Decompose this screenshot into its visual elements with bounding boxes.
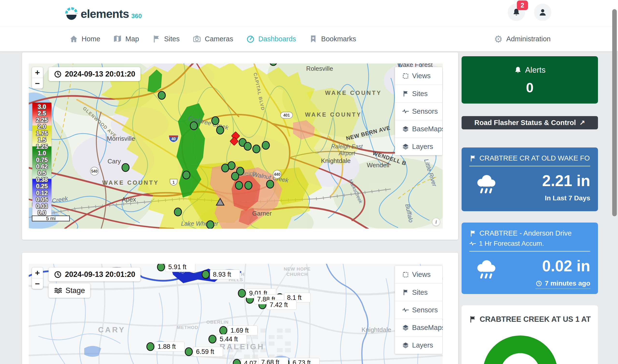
map-label: WAKE COUNTY: [305, 111, 362, 118]
user-menu-button[interactable]: [534, 4, 551, 21]
site-marker[interactable]: [122, 164, 129, 172]
nav-item-administration[interactable]: ⚙ Administration: [494, 34, 551, 44]
main-nav: HomeMapSitesCamerasDashboardsBookmarks ⚙…: [0, 26, 618, 52]
alerts-card[interactable]: Alerts 0: [462, 56, 598, 104]
zoom-control: + −: [32, 267, 43, 289]
site-marker[interactable]: [190, 122, 197, 130]
gauge-card[interactable]: CRABTREE CREEK AT US 1 AT RA…: [462, 305, 598, 364]
camera-icon: [193, 35, 201, 43]
map-label: Morrisville: [107, 135, 135, 142]
svg-text:440: 440: [274, 172, 281, 176]
layers-icon: [402, 342, 409, 349]
timestamp-chip[interactable]: 2024-09-13 20:01:20: [49, 67, 141, 81]
views-icon: [402, 73, 409, 79]
rain-cloud-icon: [475, 173, 498, 194]
brand-suffix: 360: [131, 12, 142, 20]
zoom-in-button[interactable]: +: [32, 267, 43, 278]
zoom-out-button[interactable]: −: [32, 78, 43, 89]
stage-value: 7.42 ft: [270, 301, 288, 309]
person-icon: [538, 8, 547, 17]
zoom-in-button[interactable]: +: [32, 67, 43, 78]
rain-card-1[interactable]: CRABTREE - Anderson Drive 1 Hr Forecast …: [462, 222, 598, 294]
map-control-sensors[interactable]: Sensors: [395, 301, 442, 319]
site-marker[interactable]: [235, 182, 243, 190]
stage-map[interactable]: CARYOBERLINMETHODRALEIGHNORTHHILLSNEW HO…: [29, 264, 443, 364]
divider: [469, 166, 590, 166]
card-subtitle-row: 1 Hr Forecast Accum.: [469, 240, 590, 247]
info-button[interactable]: i: [432, 218, 440, 226]
site-marker[interactable]: [232, 172, 239, 180]
map-control-layers[interactable]: Layers: [395, 138, 442, 155]
map-control-basemaps[interactable]: BaseMaps: [395, 120, 442, 138]
flag-icon: [469, 155, 476, 162]
external-link-arrow-icon: ↗: [579, 119, 585, 127]
stage-marker[interactable]: [185, 348, 193, 356]
map-control-layers[interactable]: Layers: [395, 336, 442, 354]
map-control-basemaps[interactable]: BaseMaps: [395, 319, 442, 336]
stage-marker[interactable]: [157, 264, 165, 271]
stage-layer-chip[interactable]: Stage: [49, 283, 90, 298]
map-control-sensors[interactable]: Sensors: [395, 102, 442, 120]
site-marker[interactable]: [253, 145, 260, 153]
stage-value: 5.44 ft: [220, 336, 238, 343]
rainfall-map[interactable]: Wake ForestRolesvilleWAKE COUNTYWAKE COU…: [29, 64, 443, 229]
site-marker[interactable]: [222, 164, 229, 172]
nav-item-map[interactable]: Map: [113, 35, 139, 43]
precip-value: 0.02 in: [536, 258, 590, 274]
site-marker[interactable]: [183, 171, 190, 179]
site-marker[interactable]: [158, 91, 165, 99]
map-label: WAKE COUNTY: [325, 90, 382, 96]
stage-marker[interactable]: [238, 289, 245, 297]
flag-icon: [469, 315, 476, 323]
page-scrollbar[interactable]: [612, 9, 617, 216]
map-label: Raleigh East: [331, 143, 363, 150]
svg-text:40: 40: [171, 137, 176, 141]
stage-marker[interactable]: [233, 359, 240, 364]
stage-value: 1.88 ft: [158, 343, 176, 350]
nav-item-dashboards[interactable]: Dashboards: [246, 35, 296, 43]
sensors-icon: [402, 307, 409, 313]
nav-item-cameras[interactable]: Cameras: [193, 35, 233, 43]
nav-item-home[interactable]: Home: [70, 35, 100, 43]
map-control-views[interactable]: Views: [395, 67, 442, 85]
sidebar: Alerts 0 Road Flasher Status & Control ↗…: [462, 56, 598, 364]
site-marker[interactable]: [212, 117, 219, 125]
notification-badge: 2: [517, 0, 528, 10]
rain-card-0[interactable]: CRABTREE CR AT OLD WAKE FOREST RD 2.21 i…: [462, 147, 598, 211]
divider: [469, 251, 590, 251]
map-card-rainfall: Wake ForestRolesvilleWAKE COUNTYWAKE COU…: [22, 52, 458, 240]
zoom-out-button[interactable]: −: [32, 278, 43, 289]
nav-item-sites[interactable]: Sites: [152, 35, 180, 43]
map-control-views[interactable]: Views: [395, 266, 442, 283]
map-label: Apex: [122, 196, 136, 203]
site-marker[interactable]: [207, 221, 214, 229]
map-label: OBERLIN: [206, 320, 229, 325]
site-marker[interactable]: [267, 180, 274, 188]
gauge-icon: [246, 35, 255, 43]
layers-icon: [402, 324, 409, 331]
site-marker[interactable]: [174, 208, 181, 216]
timestamp-chip[interactable]: 2024-09-13 20:01:20: [49, 267, 141, 281]
site-marker[interactable]: [245, 182, 252, 190]
stage-marker[interactable]: [202, 271, 209, 279]
road-flasher-button[interactable]: Road Flasher Status & Control ↗: [462, 116, 598, 129]
brand-logo[interactable]: elements 360: [65, 6, 142, 20]
clock-icon: [536, 280, 542, 287]
stage-value: 5.91 ft: [168, 264, 187, 271]
site-marker[interactable]: [217, 126, 224, 134]
stage-marker[interactable]: [209, 335, 216, 343]
map-label: NEW HOPE: [284, 266, 310, 272]
notifications-button[interactable]: 2: [508, 4, 525, 21]
map-control-sites[interactable]: Sites: [395, 283, 442, 301]
stage-marker[interactable]: [220, 326, 227, 335]
svg-text:401: 401: [283, 113, 290, 117]
nav-item-bookmarks[interactable]: Bookmarks: [309, 35, 356, 43]
bell-icon: [514, 66, 522, 74]
stage-value: 7.68 ft: [261, 359, 280, 364]
rainfall-legend: 3.02.52.252.01.751.51.251.00.750.620.50.…: [32, 103, 52, 217]
map-control-sites[interactable]: Sites: [395, 85, 442, 102]
site-marker[interactable]: [244, 143, 251, 150]
stage-marker[interactable]: [147, 343, 154, 351]
site-marker[interactable]: [262, 142, 270, 149]
rainfall-map-canvas[interactable]: Wake ForestRolesvilleWAKE COUNTYWAKE COU…: [29, 64, 443, 229]
